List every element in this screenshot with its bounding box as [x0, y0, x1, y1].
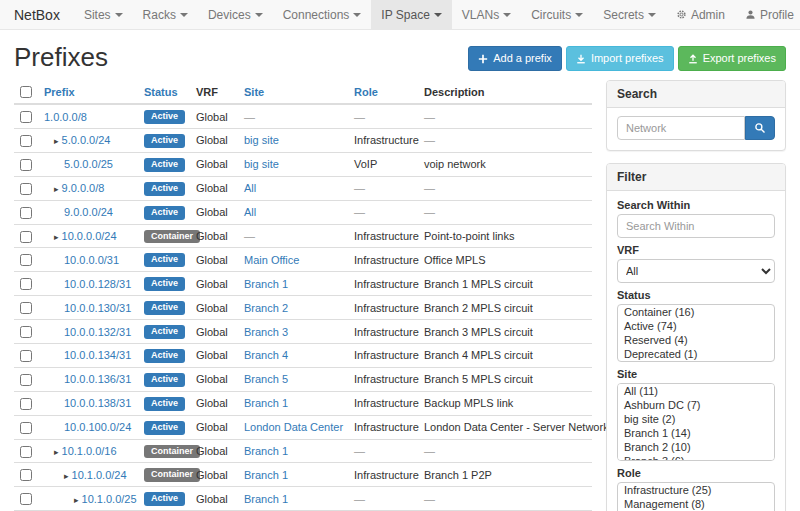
prefix-link[interactable]: 10.0.0.134/31 [64, 349, 131, 361]
filter-option[interactable]: big site (2) [618, 412, 774, 426]
filter-option[interactable]: Active (74) [618, 319, 774, 333]
row-checkbox[interactable] [20, 278, 32, 290]
prefix-link[interactable]: 10.0.0.130/31 [64, 302, 131, 314]
site-link[interactable]: Branch 1 [244, 445, 288, 457]
site-link[interactable]: Branch 2 [244, 302, 288, 314]
prefix-link[interactable]: 10.0.0.0/24 [62, 230, 117, 242]
description-cell: Branch 1 P2P [418, 463, 592, 487]
prefix-cell: 5.0.0.0/25 [38, 152, 138, 176]
site-link[interactable]: big site [244, 134, 279, 146]
row-checkbox[interactable] [20, 422, 32, 434]
site-link[interactable]: Main Office [244, 254, 299, 266]
prefix-link[interactable]: 10.1.0.0/16 [62, 445, 117, 457]
role-cell: Infrastructure [348, 344, 418, 368]
site-filter-list[interactable]: All (11)Ashburn DC (7)big site (2)Branch… [617, 383, 775, 461]
row-checkbox[interactable] [20, 446, 32, 458]
column-header-role[interactable]: Role [354, 86, 378, 98]
row-checkbox[interactable] [20, 135, 32, 147]
expand-arrow-icon: ▸ [54, 232, 59, 242]
column-header-status[interactable]: Status [144, 86, 178, 98]
row-checkbox[interactable] [20, 207, 32, 219]
column-header-prefix[interactable]: Prefix [44, 86, 75, 98]
row-checkbox-cell [14, 152, 38, 176]
prefix-link[interactable]: 10.1.0.0/25 [82, 493, 137, 505]
prefix-link[interactable]: 10.0.0.136/31 [64, 373, 131, 385]
brand-logo[interactable]: NetBox [0, 0, 74, 29]
prefix-link[interactable]: 9.0.0.0/8 [62, 182, 105, 194]
site-link[interactable]: All [244, 206, 256, 218]
row-checkbox[interactable] [20, 493, 32, 505]
search-within-input[interactable] [617, 214, 775, 238]
row-checkbox[interactable] [20, 183, 32, 195]
nav-item-ip-space[interactable]: IP Space [371, 0, 451, 29]
nav-item-circuits[interactable]: Circuits [521, 0, 593, 29]
role-filter-list[interactable]: Infrastructure (25)Management (8)Private… [617, 482, 775, 511]
profile-link[interactable]: Profile [735, 0, 800, 29]
site-link[interactable]: big site [244, 158, 279, 170]
select-all-checkbox[interactable] [20, 86, 32, 98]
import-prefixes-button[interactable]: Import prefixes [566, 46, 674, 71]
site-link[interactable]: Branch 4 [244, 349, 288, 361]
prefix-link[interactable]: 9.0.0.0/24 [64, 206, 113, 218]
nav-item-sites[interactable]: Sites [74, 0, 133, 29]
status-filter-list[interactable]: Container (16)Active (74)Reserved (4)Dep… [617, 304, 775, 362]
search-input[interactable] [617, 116, 745, 140]
site-cell: Branch 2 [238, 296, 348, 320]
prefix-link[interactable]: 10.0.0.138/31 [64, 397, 131, 409]
site-link[interactable]: Branch 5 [244, 373, 288, 385]
filter-option[interactable]: Branch 3 (6) [618, 454, 774, 461]
prefix-link[interactable]: 5.0.0.0/24 [62, 134, 111, 146]
site-cell: Main Office [238, 248, 348, 272]
filter-option[interactable]: Infrastructure (25) [618, 483, 774, 497]
row-checkbox[interactable] [20, 350, 32, 362]
site-link[interactable]: Branch 1 [244, 469, 288, 481]
filter-option[interactable]: Management (8) [618, 497, 774, 511]
row-checkbox[interactable] [20, 302, 32, 314]
row-checkbox[interactable] [20, 398, 32, 410]
filter-option[interactable]: Container (16) [618, 305, 774, 319]
nav-item-devices[interactable]: Devices [198, 0, 273, 29]
export-prefixes-button[interactable]: Export prefixes [678, 46, 786, 71]
nav-item-secrets[interactable]: Secrets [593, 0, 666, 29]
prefix-link[interactable]: 10.0.100.0/24 [64, 421, 131, 433]
prefix-link[interactable]: 1.0.0.0/8 [44, 111, 87, 123]
admin-link[interactable]: Admin [666, 0, 735, 29]
row-checkbox[interactable] [20, 111, 32, 123]
site-cell: Branch 1 [238, 463, 348, 487]
filter-option[interactable]: Deprecated (1) [618, 347, 774, 361]
row-checkbox[interactable] [20, 374, 32, 386]
nav-item-racks[interactable]: Racks [133, 0, 198, 29]
search-button[interactable] [745, 116, 775, 140]
filter-option[interactable]: All (11) [618, 384, 774, 398]
prefix-link[interactable]: 10.0.0.132/31 [64, 326, 131, 338]
nav-item-connections[interactable]: Connections [273, 0, 372, 29]
row-checkbox[interactable] [20, 254, 32, 266]
column-header-site[interactable]: Site [244, 86, 264, 98]
row-checkbox[interactable] [20, 231, 32, 243]
site-link[interactable]: Branch 1 [244, 397, 288, 409]
site-link[interactable]: London Data Center [244, 421, 343, 433]
filter-option[interactable]: Branch 1 (14) [618, 426, 774, 440]
filter-option[interactable]: Branch 2 (10) [618, 440, 774, 454]
prefix-row: 10.0.0.138/31ActiveGlobalBranch 1Infrast… [14, 391, 592, 415]
prefix-link[interactable]: 10.0.0.0/31 [64, 254, 119, 266]
prefix-link[interactable]: 10.0.0.128/31 [64, 278, 131, 290]
site-link[interactable]: All [244, 182, 256, 194]
site-link[interactable]: Branch 1 [244, 493, 288, 505]
prefix-cell: 10.0.0.138/31 [38, 391, 138, 415]
role-cell: VoIP [348, 152, 418, 176]
prefix-link[interactable]: 10.1.0.0/24 [72, 469, 127, 481]
row-checkbox[interactable] [20, 326, 32, 338]
site-link[interactable]: Branch 3 [244, 326, 288, 338]
filter-option[interactable]: Reserved (4) [618, 333, 774, 347]
vrf-select[interactable]: All [617, 259, 775, 283]
vrf-cell: Global [190, 463, 238, 487]
add-prefix-button[interactable]: Add a prefix [468, 46, 562, 71]
row-checkbox[interactable] [20, 469, 32, 481]
filter-option[interactable]: Ashburn DC (7) [618, 398, 774, 412]
prefix-link[interactable]: 5.0.0.0/25 [64, 158, 113, 170]
row-checkbox[interactable] [20, 159, 32, 171]
site-link[interactable]: Branch 1 [244, 278, 288, 290]
description-cell: — [418, 487, 592, 511]
nav-item-vlans[interactable]: VLANs [452, 0, 521, 29]
